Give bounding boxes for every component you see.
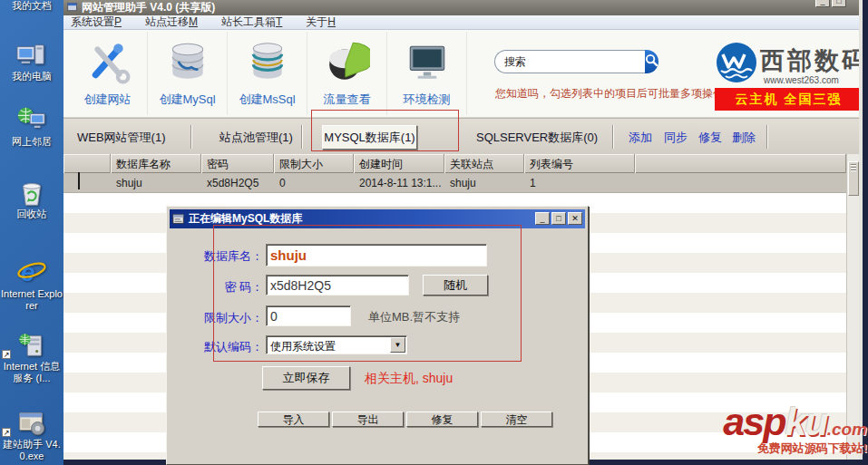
annotation-rect-mysql-tab xyxy=(311,110,459,151)
app-title: 网站管理助手 V4.0 (共享版) xyxy=(82,0,215,15)
screen: 我的文档 我的电脑 网上邻居 回收站 e Internet Explorer xyxy=(0,0,868,465)
watermark-asp: asp xyxy=(723,400,785,443)
menu-system-settings[interactable]: 系统设置P xyxy=(71,15,122,30)
pie-chart-icon xyxy=(325,72,370,87)
environment-check-button[interactable]: 环境检测 xyxy=(387,32,467,115)
shortcut-arrow-icon: ↗ xyxy=(2,350,11,359)
dialog-close-icon[interactable]: ✕ xyxy=(568,212,582,225)
tab-separator xyxy=(190,125,192,149)
header-database-name[interactable]: 数据库名称 xyxy=(111,154,201,173)
desktop-icon-label: Internet Explorer xyxy=(0,288,63,312)
iis-icon: ↗ xyxy=(0,330,63,361)
desktop-icon-label: 网上邻居 xyxy=(0,136,63,148)
network-places-icon xyxy=(0,105,63,136)
repair-button[interactable]: 修复 xyxy=(406,412,478,427)
desktop-icon-recycle-bin[interactable]: 回收站 xyxy=(0,178,63,220)
add-link[interactable]: 添加 xyxy=(629,130,652,146)
watermark-ku: ku xyxy=(785,400,826,443)
create-mysql-button[interactable]: 创建MySql xyxy=(148,32,228,115)
dialog-icon xyxy=(172,213,185,226)
cell-list-number: 1 xyxy=(524,173,635,192)
desktop-icon-network-places[interactable]: 网上邻居 xyxy=(0,105,63,148)
desktop-icon-label: 我的文档 xyxy=(0,0,63,12)
clear-button[interactable]: 清空 xyxy=(481,412,552,427)
tools-icon xyxy=(85,72,131,87)
row-checkbox[interactable] xyxy=(78,172,80,189)
tabbar: WEB网站管理(1) 站点池管理(1) MYSQL数据库(1) SQLSERVE… xyxy=(63,118,863,154)
watermark-tagline: 免费网站源码下载站! xyxy=(697,442,867,454)
search-button[interactable] xyxy=(645,50,658,73)
mysql-database-icon xyxy=(165,72,210,87)
mssql-database-icon xyxy=(245,72,290,87)
toolbar: 创建网站 创建MySql 创建MsSql 流量查看 xyxy=(63,30,863,118)
search-area xyxy=(494,50,656,73)
desktop-icon-label: 回收站 xyxy=(0,208,63,220)
cell-database-name: shuju xyxy=(111,173,201,192)
dialog-maximize-icon[interactable]: □ xyxy=(551,212,566,225)
cloud-host-banner[interactable]: 云主机 全国三强 xyxy=(715,88,863,111)
dialog-minimize-icon[interactable]: _ xyxy=(535,212,550,225)
internet-explorer-icon: e xyxy=(0,257,63,288)
table-header: 数据库名称 密码 限制大小 创建时间 关联站点 列表编号 xyxy=(63,154,846,173)
search-input[interactable] xyxy=(494,50,645,73)
related-host-note: 相关主机, shuju xyxy=(365,371,453,387)
menu-site-migration[interactable]: 站点迁移M xyxy=(145,15,198,30)
table-row[interactable]: shuju x5d8H2Q5 0 2014-8-11 13:1... shuju… xyxy=(63,173,846,193)
desktop-icon-site-builder[interactable]: ↗ 建站助手 V4.0.exe xyxy=(0,408,63,462)
app-window-icon xyxy=(67,0,78,15)
desktop-icon-internet-explorer[interactable]: e Internet Explorer xyxy=(0,257,63,312)
tab-separator xyxy=(612,125,614,149)
menubar: 系统设置P 站点迁移M 站长工具箱T 关于H xyxy=(63,15,863,30)
tab-sqlserver-databases[interactable]: SQLSERVER数据库(0) xyxy=(476,130,598,146)
tip-text: 您知道吗，勾选列表中的项目后可批量多项操作! xyxy=(495,86,718,102)
tab-web-sites[interactable]: WEB网站管理(1) xyxy=(77,130,166,146)
menu-webmaster-toolbox[interactable]: 站长工具箱T xyxy=(221,15,282,30)
desktop-icon-label: 我的电脑 xyxy=(0,71,63,82)
header-checkbox-column xyxy=(63,154,111,173)
sync-link[interactable]: 同步 xyxy=(664,130,688,146)
repair-link[interactable]: 修复 xyxy=(698,130,722,146)
cell-created-time: 2014-8-11 13:1... xyxy=(354,173,444,192)
header-linked-site[interactable]: 关联站点 xyxy=(444,154,524,173)
header-created-time[interactable]: 创建时间 xyxy=(354,154,444,173)
cell-size-limit: 0 xyxy=(274,173,354,192)
tab-separator xyxy=(766,125,768,149)
header-password[interactable]: 密码 xyxy=(201,154,274,173)
tab-site-pool[interactable]: 站点池管理(1) xyxy=(219,130,293,146)
my-computer-icon xyxy=(0,40,63,71)
desktop-icon-iis[interactable]: ↗ Internet 信息服务 (I... xyxy=(0,330,63,384)
save-button[interactable]: 立即保存 xyxy=(262,366,350,390)
header-list-number[interactable]: 列表编号 xyxy=(524,154,635,173)
desktop: 我的文档 我的电脑 网上邻居 回收站 e Internet Explorer xyxy=(0,0,63,465)
delete-link[interactable]: 删除 xyxy=(732,130,756,146)
desktop-icon-label: 建站助手 V4.0.exe xyxy=(0,439,63,462)
search-icon xyxy=(645,53,658,70)
header-size-limit[interactable]: 限制大小 xyxy=(274,154,354,173)
app-titlebar: 网站管理助手 V4.0 (共享版) _ □ xyxy=(63,0,863,15)
traffic-view-button[interactable]: 流量查看 xyxy=(307,32,387,115)
screen-right-edge xyxy=(863,0,868,465)
recycle-bin-icon xyxy=(0,178,63,208)
svg-text:e: e xyxy=(21,257,35,286)
annotation-rect-dialog-fields xyxy=(213,225,522,362)
header-filler xyxy=(635,154,846,173)
create-website-button[interactable]: 创建网站 xyxy=(68,32,148,115)
export-button[interactable]: 导出 xyxy=(332,412,404,427)
create-mssql-button[interactable]: 创建MsSql xyxy=(228,32,307,115)
menu-about[interactable]: 关于H xyxy=(306,15,336,30)
aspku-watermark: aspku.com 免费网站源码下载站! xyxy=(697,402,867,454)
import-button[interactable]: 导入 xyxy=(258,412,329,427)
cell-linked-site: shuju xyxy=(444,173,524,192)
maximize-icon[interactable]: □ xyxy=(832,0,846,7)
cell-password: x5d8H2Q5 xyxy=(201,173,274,192)
watermark-com: .com xyxy=(827,420,867,439)
brand-name: 西部数码 xyxy=(760,44,868,77)
shortcut-arrow-icon: ↗ xyxy=(2,428,11,437)
desktop-icon-my-computer[interactable]: 我的电脑 xyxy=(0,40,63,82)
scrollbar-thumb[interactable] xyxy=(848,161,859,196)
desktop-icon-my-documents[interactable]: 我的文档 xyxy=(0,0,63,12)
desktop-icon-label: Internet 信息服务 (I... xyxy=(0,361,63,384)
brand-url: www.west263.com xyxy=(764,75,839,85)
minimize-icon[interactable]: _ xyxy=(815,0,830,7)
west263-logo-icon[interactable] xyxy=(715,41,758,84)
